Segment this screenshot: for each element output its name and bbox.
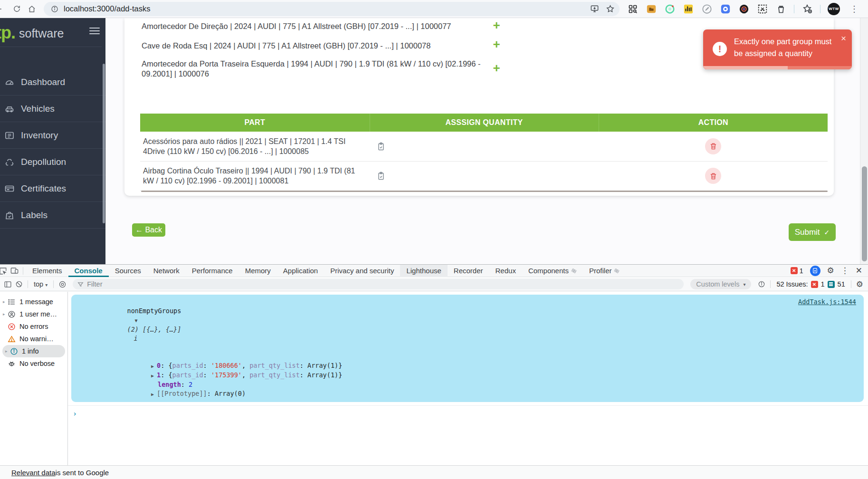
clear-console-icon[interactable] [13,280,25,288]
tag-icon [4,210,15,221]
sidebar-item-certificates[interactable]: Certificates [0,175,105,202]
tab-performance[interactable]: Performance [186,265,239,277]
console-object-row[interactable]: ▶ 0: {parts_id: '180666', part_qty_list:… [71,361,864,371]
error-toast: ! Exactly one part group must be assigne… [703,29,852,69]
ext-jar-icon[interactable] [775,3,787,15]
ext-blue-icon[interactable] [720,3,731,15]
sidebar-scrollbar[interactable] [103,64,105,223]
log-levels-dropdown[interactable]: Custom levels ▾ [690,279,751,289]
bug-icon [8,360,16,368]
url-text[interactable]: localhost:3000/add-tasks [64,4,590,13]
toolbar-divider [794,5,794,13]
tab-elements[interactable]: Elements [26,265,68,277]
browser-menu-icon[interactable]: ⋮ [847,4,863,14]
back-button[interactable]: ← Back [132,223,165,237]
console-filter-input[interactable]: Filter [73,279,684,289]
submit-button[interactable]: Submit ✓ [789,223,836,241]
profile-avatar[interactable]: WTW [828,3,840,15]
devtools-error-badge[interactable]: ✕ 1 [791,267,803,275]
filter-info-selected[interactable]: ▸ 1 info [2,345,65,357]
tab-memory[interactable]: Memory [239,265,277,277]
page-scrollbar-thumb[interactable] [862,166,867,261]
ext-screenshot-icon[interactable] [757,3,768,15]
filter-verbose[interactable]: No verbose [0,357,67,370]
home-icon[interactable] [27,4,37,14]
tab-application[interactable]: Application [277,265,324,277]
tab-recorder[interactable]: Recorder [448,265,489,277]
sidebar-item-labels[interactable]: Labels [0,202,105,229]
dashboard-icon [4,77,15,88]
sidebar-item-inventory[interactable]: Inventory [0,122,105,149]
table-horizontal-scrollbar[interactable] [141,191,828,192]
sidebar-item-vehicles[interactable]: Vehicles [0,96,105,122]
sidebar-item-label: Inventory [21,130,58,141]
toast-progress-bar [703,66,788,69]
ext-bars-icon[interactable] [683,3,694,15]
add-part-button[interactable]: + [489,19,504,31]
reload-icon[interactable] [11,4,22,14]
console-object-row[interactable]: ▶ 1: {parts_id: '175399', part_qty_list:… [71,371,864,380]
devtools-close-icon[interactable]: ✕ [856,266,862,276]
ext-star-badge-icon[interactable] [801,3,813,15]
part-option-row: Amortecedor De Direção | 2024 | AUDI | 7… [142,21,503,31]
console-prompt[interactable]: › [68,406,868,418]
address-bar[interactable]: localhost:3000/add-tasks [44,2,620,16]
ext-qr-icon[interactable] [627,3,639,15]
assign-quantity-icon[interactable] [376,142,598,151]
caret-icon: ▸ [3,299,7,304]
tab-console[interactable]: Console [68,265,109,277]
source-location-link[interactable]: AddTask.js:1544 [798,297,856,307]
delete-part-button[interactable] [705,138,721,154]
page-scrollbar[interactable] [860,18,868,264]
delete-part-button[interactable] [705,168,721,184]
tab-network[interactable]: Network [147,265,186,277]
device-toolbar-icon[interactable] [9,266,20,275]
ext-camera-icon[interactable] [738,3,750,15]
add-part-button[interactable]: + [489,38,504,50]
toast-close-icon[interactable]: × [841,33,846,44]
relevant-data-link[interactable]: Relevant data [11,469,56,477]
caret-icon: ▸ [3,312,7,316]
issues-counter[interactable]: 52 Issues: ✕ 1 51 [776,280,845,288]
tab-privacy-security[interactable]: Privacy and security [324,265,400,277]
ext-target-icon[interactable] [664,3,676,15]
tab-sources[interactable]: Sources [109,265,147,277]
filter-all-messages[interactable]: ▸ 1 message [0,296,67,308]
tab-profiler[interactable]: Profiler [583,265,626,277]
certificate-icon [4,183,15,194]
inspect-element-icon[interactable] [0,267,9,275]
devtools-settings-icon[interactable]: ⚙ [827,266,834,276]
issue-message-icon [828,281,835,288]
filter-errors[interactable]: No errors [0,320,67,333]
site-info-icon[interactable] [50,4,59,14]
console-sidebar-toggle-icon[interactable] [2,280,13,288]
tab-redux[interactable]: Redux [489,265,522,277]
filter-user-messages[interactable]: ▸ 1 user me… [0,308,67,320]
filter-label: No errors [19,323,48,330]
hamburger-icon[interactable] [89,26,100,36]
extensions-row: WTW ⋮ [627,3,863,15]
page: tp. software Dashboard Vehicles Inventor… [0,18,868,264]
filter-warnings[interactable]: No warni… [0,333,67,345]
console-object-row[interactable]: ▶ [[Prototype]]: Array(0) [71,389,864,399]
sidebar-item-label: Labels [21,210,48,220]
sidebar-item-depollution[interactable]: Depollution [0,149,105,175]
ext-folder-icon[interactable] [646,3,657,15]
table-row: Acessórios para auto rádios || 2021 | SE… [140,132,828,161]
tab-lighthouse[interactable]: Lighthouse [400,265,447,277]
info-icon[interactable] [756,280,767,288]
sidebar-item-dashboard[interactable]: Dashboard [0,69,105,96]
install-app-icon[interactable] [590,4,599,13]
devtools-sync-icon[interactable] [810,266,820,276]
ext-pencil-icon[interactable] [701,3,713,15]
back-icon[interactable] [0,4,4,14]
tab-components[interactable]: Components [522,265,583,277]
add-part-button[interactable]: + [489,62,504,74]
live-expression-eye-icon[interactable] [57,280,68,288]
console-settings-icon[interactable]: ⚙ [856,279,863,289]
bookmark-star-icon[interactable] [606,4,615,13]
assign-quantity-icon[interactable] [376,171,598,181]
collapse-triangle-icon[interactable]: ▼ [135,316,138,325]
context-selector[interactable]: top ▾ [34,280,48,288]
devtools-menu-icon[interactable]: ⋮ [841,266,849,276]
